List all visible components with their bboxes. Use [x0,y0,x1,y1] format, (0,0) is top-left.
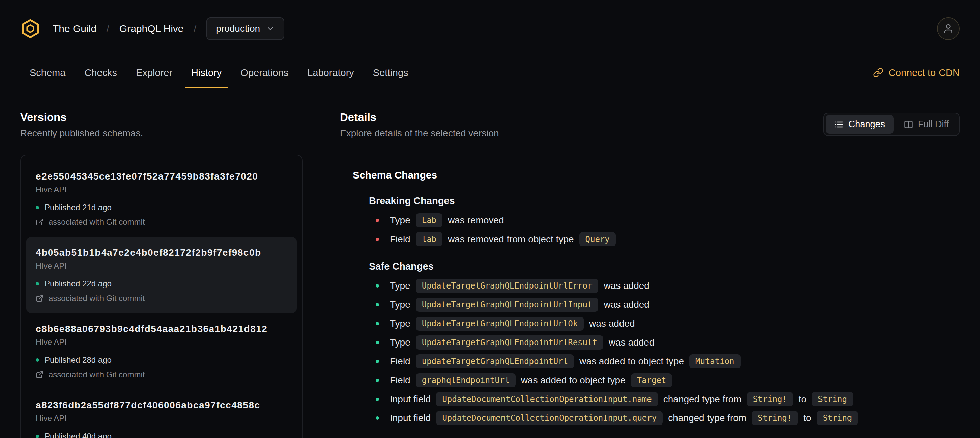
change-text: Type [390,318,410,329]
target-selector[interactable]: production [207,17,284,40]
version-item[interactable]: a823f6db2a55df877dcf406006abca97fcc4858c… [26,389,297,438]
tab-settings[interactable]: Settings [364,57,418,88]
connect-cdn-link[interactable]: Connect to CDN [873,67,960,78]
code-chip: Target [631,373,673,387]
external-link-icon [36,294,44,303]
hive-logo-icon[interactable] [20,19,40,39]
safe-change-item: TypeUpdateTargetGraphQLEndpointUrlOkwas … [375,316,960,331]
change-text: changed type from [663,394,741,405]
breaking-change-item: TypeLabwas removed [375,213,960,228]
external-link-icon [36,218,44,226]
published-dot-icon [36,435,39,438]
change-text: to [799,394,806,405]
safe-change-item: TypeUpdateTargetGraphQLEndpointUrlInputw… [375,297,960,312]
change-text: was added to object type [521,375,625,386]
view-toggle: Changes Full Diff [823,113,960,136]
tab-checks[interactable]: Checks [75,57,126,88]
user-avatar[interactable] [937,17,960,40]
changes-toggle-button[interactable]: Changes [826,115,894,134]
breaking-bullet-dot [375,237,379,241]
service-name: Hive API [36,414,287,423]
safe-bullet-dot [375,341,379,344]
safe-changes-group: Safe Changes TypeUpdateTargetGraphQLEndp… [353,261,960,426]
change-text: Type [390,280,410,291]
code-chip: UpdateTargetGraphQLEndpointUrlOk [416,317,584,331]
published-dot-icon [36,358,39,362]
code-chip: String [812,392,853,406]
change-text: was added [609,337,654,348]
breadcrumb-separator: / [194,23,197,34]
change-text: Input field [390,394,431,405]
version-hash: 4b05ab51b1b4a7e2e4b0ef82172f2b9f7ef98c0b [36,247,287,258]
version-item[interactable]: 4b05ab51b1b4a7e2e4b0ef82172f2b9f7ef98c0b… [26,237,297,313]
safe-bullet-dot [375,360,379,363]
change-text: was added [589,318,635,329]
safe-change-item: FieldupdateTargetGraphQLEndpointUrlwas a… [375,354,960,369]
breadcrumb-org[interactable]: The Guild [52,23,97,34]
published-label: Published 40d ago [45,431,111,438]
published-status: Published 28d ago [36,355,287,365]
tab-operations[interactable]: Operations [231,57,298,88]
change-text: Field [390,234,410,245]
full-diff-toggle-label: Full Diff [918,119,949,130]
versions-pane: Versions Recently published schemas. e2e… [20,111,303,438]
code-chip: UpdateTargetGraphQLEndpointUrlInput [416,298,598,312]
git-commit-row: associated with Git commit [36,370,287,379]
breadcrumb-project[interactable]: GraphQL Hive [119,23,184,34]
published-status: Published 40d ago [36,431,287,438]
breadcrumb: The Guild / GraphQL Hive / production [52,17,284,40]
version-list: e2e55045345ce13fe07f52a77459b83fa3fe7020… [20,154,303,438]
schema-changes-title: Schema Changes [353,169,960,182]
code-chip: Lab [416,213,442,228]
code-chip: UpdateTargetGraphQLEndpointUrlError [416,279,598,293]
change-text: Type [390,337,410,348]
header-top-bar: The Guild / GraphQL Hive / production [0,0,980,57]
person-icon [943,23,954,34]
breaking-bullet-dot [375,219,379,222]
version-item[interactable]: c8b6e88a06793b9c4dfd54aaa21b36a1b421d812… [26,313,297,389]
service-name: Hive API [36,185,287,194]
published-dot-icon [36,206,39,209]
change-text: changed type from [668,413,746,424]
tab-history[interactable]: History [182,57,231,88]
safe-change-item: Input fieldUpdateDocumentCollectionOpera… [375,392,960,407]
tab-explorer[interactable]: Explorer [126,57,182,88]
breaking-changes-list: TypeLabwas removedFieldlabwas removed fr… [369,213,960,247]
service-name: Hive API [36,338,287,347]
safe-bullet-dot [375,284,379,288]
target-selector-value: production [216,23,260,34]
code-chip: UpdateTargetGraphQLEndpointUrlResult [416,335,603,350]
code-chip: UpdateDocumentCollectionOperationInput.n… [436,392,658,406]
change-text: Field [390,356,410,367]
version-item[interactable]: e2e55045345ce13fe07f52a77459b83fa3fe7020… [26,161,297,237]
code-chip: graphqlEndpointUrl [416,373,515,387]
full-diff-toggle-button[interactable]: Full Diff [895,115,958,134]
change-text: was added [604,299,649,310]
git-commit-label: associated with Git commit [49,370,145,379]
published-label: Published 22d ago [45,279,111,289]
published-dot-icon [36,282,39,285]
tab-schema[interactable]: Schema [20,57,75,88]
safe-bullet-dot [375,398,379,401]
tab-laboratory[interactable]: Laboratory [298,57,364,88]
safe-changes-list: TypeUpdateTargetGraphQLEndpointUrlErrorw… [369,278,960,426]
change-text: Field [390,375,410,386]
code-chip: String [817,411,858,425]
safe-change-item: TypeUpdateTargetGraphQLEndpointUrlErrorw… [375,278,960,293]
breadcrumb-separator: / [107,23,109,34]
safe-bullet-dot [375,416,379,420]
git-commit-row: associated with Git commit [36,217,287,227]
published-label: Published 21d ago [45,202,111,213]
details-subtitle: Explore details of the selected version [340,127,499,139]
details-header: Details Explore details of the selected … [340,111,960,139]
git-commit-row: associated with Git commit [36,293,287,303]
git-commit-label: associated with Git commit [49,217,145,227]
connect-cdn-label: Connect to CDN [889,67,960,78]
changes-toggle-label: Changes [848,119,885,130]
safe-change-item: TypeUpdateTargetGraphQLEndpointUrlResult… [375,335,960,350]
change-text: was added to object type [579,356,684,367]
published-status: Published 21d ago [36,202,287,213]
external-link-icon [36,371,44,379]
safe-bullet-dot [375,379,379,382]
safe-bullet-dot [375,322,379,325]
